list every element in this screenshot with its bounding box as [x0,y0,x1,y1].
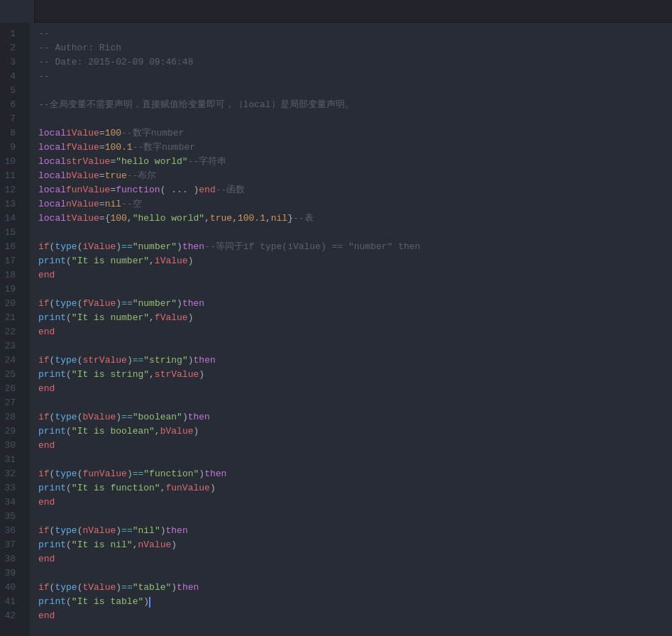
code-line: if( type(tValue) == "table" ) then [38,581,672,595]
line-number: 29 [0,424,21,439]
code-line [38,283,672,297]
code-line: print( "It is boolean", bValue ) [38,424,672,439]
line-number: 24 [0,353,21,368]
code-line: print( "It is string", strValue ) [38,368,672,382]
code-line [38,566,672,581]
code-line: local strValue = "hello world" --字符串 [38,155,672,169]
code-line [38,396,672,410]
code-line: local bValue = true --布尔 [38,169,672,183]
code-line [38,339,672,353]
code-line: print( "It is number", iValue ) [38,254,672,268]
line-number: 4 [0,70,21,84]
code-line: if( type(nValue) == "nil" ) then [38,524,672,538]
code-area[interactable]: ---- Author: Rich-- Date: 2015-02-09 09:… [30,23,672,636]
line-number: 9 [0,141,21,155]
line-number: 18 [0,268,21,283]
code-line: -- [38,27,672,41]
tab-bar [0,0,672,23]
line-number: 33 [0,481,21,495]
line-number: 10 [0,155,21,169]
code-line: end [38,268,672,283]
code-line: if( type(fValue) == "number" ) then [38,297,672,311]
line-number: 31 [0,453,21,467]
code-line: local iValue = 100 --数字number [38,126,672,141]
line-numbers: 1234567891011121314151617181920212223242… [0,23,30,636]
code-line: local fValue = 100.1 --数字number [38,141,672,155]
code-line: local nValue = nil --空 [38,197,672,212]
line-number: 11 [0,169,21,183]
line-number: 5 [0,84,21,98]
tab-test1-lua[interactable] [0,0,35,23]
code-line [38,112,672,126]
code-line: local tValue = {100,"hello world",true,1… [38,212,672,226]
line-number: 13 [0,197,21,212]
line-number: 28 [0,410,21,424]
line-number: 16 [0,240,21,254]
code-line [38,510,672,524]
code-line: -- Date: 2015-02-09 09:46:48 [38,55,672,70]
code-line: if( type(strValue) == "string" ) then [38,353,672,368]
line-number: 7 [0,112,21,126]
line-number: 23 [0,339,21,353]
line-number: 27 [0,396,21,410]
line-number: 26 [0,382,21,396]
line-number: 40 [0,581,21,595]
line-number: 19 [0,283,21,297]
code-line: print( "It is nil", nValue ) [38,538,672,552]
code-line: print( "It is number", fValue ) [38,311,672,325]
code-line: if( type(iValue) == "number" ) then --等同… [38,240,672,254]
line-number: 21 [0,311,21,325]
code-line: -- [38,70,672,84]
line-number: 38 [0,552,21,566]
code-line: end [38,552,672,566]
line-number: 6 [0,98,21,112]
line-number: 25 [0,368,21,382]
code-line: end [38,495,672,510]
line-number: 15 [0,226,21,240]
line-number: 2 [0,41,21,55]
code-line: end [38,382,672,396]
code-line [38,226,672,240]
line-number: 42 [0,609,21,623]
line-number: 37 [0,538,21,552]
code-line [38,84,672,98]
line-number: 41 [0,595,21,609]
code-line: if( type(funValue) == "function" ) then [38,467,672,481]
line-number: 20 [0,297,21,311]
line-number: 12 [0,183,21,197]
code-line: -- Author: Rich [38,41,672,55]
editor: 1234567891011121314151617181920212223242… [0,23,672,636]
code-line: print( "It is table" ) [38,595,672,609]
line-number: 8 [0,126,21,141]
code-line: --全局变量不需要声明，直接赋值给变量即可，（local）是局部变量声明。 [38,98,672,112]
line-number: 14 [0,212,21,226]
code-line: print( "It is function", funValue ) [38,481,672,495]
code-line: end [38,609,672,623]
code-line: if( type(bValue) == "boolean" ) then [38,410,672,424]
line-number: 35 [0,510,21,524]
code-line: local funValue = function ( ... ) end --… [38,183,672,197]
line-number: 1 [0,27,21,41]
line-number: 34 [0,495,21,510]
code-line [38,453,672,467]
code-line: end [38,325,672,339]
tab-close-button[interactable] [14,6,26,17]
code-line: end [38,439,672,453]
line-number: 3 [0,55,21,70]
line-number: 30 [0,439,21,453]
line-number: 39 [0,566,21,581]
line-number: 32 [0,467,21,481]
line-number: 17 [0,254,21,268]
line-number: 22 [0,325,21,339]
line-number: 36 [0,524,21,538]
